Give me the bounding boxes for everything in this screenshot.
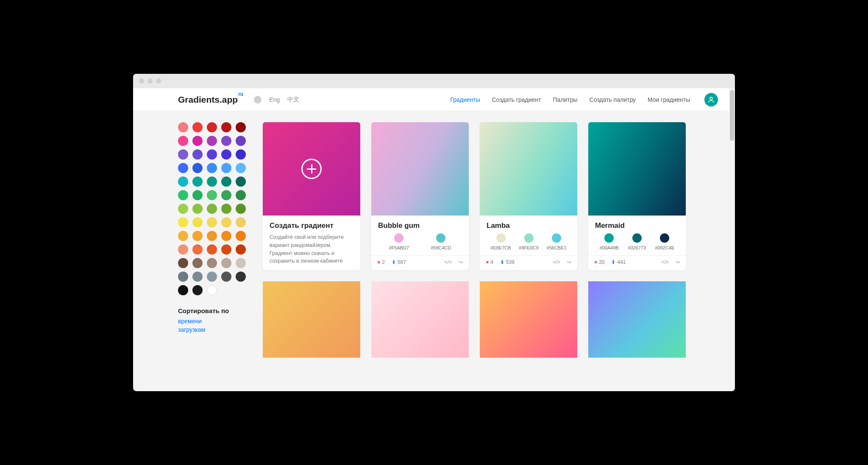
sort-by-downloads[interactable]: загрузкам xyxy=(178,326,250,333)
color-swatch[interactable] xyxy=(236,244,246,255)
gradient-card[interactable]: Lamba#E8E7CB#8FE0C9#56CBE1♥4⬇539</>↪ xyxy=(480,122,577,270)
color-swatch[interactable] xyxy=(192,285,203,295)
color-chip[interactable]: #56CBE1 xyxy=(547,233,567,250)
color-swatch[interactable] xyxy=(192,149,203,160)
color-swatch[interactable] xyxy=(207,217,217,227)
download-button[interactable]: ⬇539 xyxy=(500,259,515,265)
color-swatch[interactable] xyxy=(236,149,246,160)
color-chip[interactable]: #8FE0C9 xyxy=(519,233,538,250)
code-icon[interactable]: </> xyxy=(445,259,452,265)
traffic-light-min[interactable] xyxy=(147,78,153,84)
color-swatch[interactable] xyxy=(236,258,246,268)
color-swatch[interactable] xyxy=(236,217,246,227)
color-swatch[interactable] xyxy=(221,122,231,132)
color-swatch[interactable] xyxy=(192,204,203,214)
color-swatch[interactable] xyxy=(236,204,246,214)
color-swatch[interactable] xyxy=(178,258,188,268)
avatar[interactable] xyxy=(704,93,718,106)
color-swatch[interactable] xyxy=(192,176,203,187)
color-swatch[interactable] xyxy=(178,244,188,255)
color-swatch[interactable] xyxy=(207,136,217,146)
gradient-preview[interactable] xyxy=(263,281,360,358)
color-swatch[interactable] xyxy=(178,136,188,146)
color-swatch[interactable] xyxy=(236,163,246,173)
color-swatch[interactable] xyxy=(192,163,203,173)
color-swatch[interactable] xyxy=(207,176,217,187)
color-swatch[interactable] xyxy=(236,122,246,132)
color-swatch[interactable] xyxy=(221,204,231,214)
gradient-card[interactable]: Mermaid#00A49B#026773#092C4E♥20⬇441</>↪ xyxy=(588,122,686,270)
color-chip[interactable]: #F5ABD7 xyxy=(389,233,409,250)
color-swatch[interactable] xyxy=(207,258,217,268)
like-button[interactable]: ♥4 xyxy=(486,259,493,265)
color-swatch[interactable] xyxy=(221,272,231,282)
share-icon[interactable]: ↪ xyxy=(459,259,463,265)
color-swatch[interactable] xyxy=(236,231,246,241)
color-swatch[interactable] xyxy=(178,149,188,160)
like-button[interactable]: ♥20 xyxy=(594,259,604,265)
globe-icon[interactable] xyxy=(254,96,262,104)
color-swatch[interactable] xyxy=(221,136,231,146)
color-swatch[interactable] xyxy=(178,217,188,227)
color-swatch[interactable] xyxy=(221,149,231,160)
nav-my-gradients[interactable]: Мои градиенты xyxy=(648,96,690,103)
nav-create-palette[interactable]: Создать палитру xyxy=(590,96,636,103)
color-swatch[interactable] xyxy=(207,285,217,295)
color-chip[interactable]: #E8E7CB xyxy=(490,233,511,250)
sort-by-time[interactable]: времени xyxy=(178,318,250,325)
card-create-gradient[interactable]: Создать градиент Создайте свой или подбе… xyxy=(263,122,360,270)
color-chip[interactable]: #00A49B xyxy=(600,233,619,250)
color-swatch[interactable] xyxy=(178,231,188,241)
color-swatch[interactable] xyxy=(207,231,217,241)
lang-eng[interactable]: Eng xyxy=(269,96,280,103)
color-swatch[interactable] xyxy=(192,217,203,227)
like-button[interactable]: ♥2 xyxy=(377,259,385,265)
color-chip[interactable]: #092C4E xyxy=(655,233,674,250)
color-swatch[interactable] xyxy=(207,244,217,255)
traffic-light-close[interactable] xyxy=(139,78,144,84)
color-swatch[interactable] xyxy=(192,122,203,132)
nav-gradients[interactable]: Градиенты xyxy=(450,96,480,103)
color-swatch[interactable] xyxy=(236,176,246,187)
traffic-light-max[interactable] xyxy=(156,78,161,84)
color-swatch[interactable] xyxy=(221,163,231,173)
color-swatch[interactable] xyxy=(221,231,231,241)
color-swatch[interactable] xyxy=(192,136,203,146)
code-icon[interactable]: </> xyxy=(553,259,560,265)
lang-zh[interactable]: 中文 xyxy=(287,96,299,104)
color-swatch[interactable] xyxy=(178,122,188,132)
color-swatch[interactable] xyxy=(192,190,203,200)
color-swatch[interactable] xyxy=(207,122,217,132)
color-swatch[interactable] xyxy=(207,149,217,160)
color-swatch[interactable] xyxy=(236,272,246,282)
color-swatch[interactable] xyxy=(221,217,231,227)
color-chip[interactable]: #59C4CD xyxy=(431,233,451,250)
gradient-preview[interactable] xyxy=(371,281,469,358)
color-swatch[interactable] xyxy=(178,285,188,295)
code-icon[interactable]: </> xyxy=(662,259,669,265)
color-chip[interactable]: #026773 xyxy=(628,233,646,250)
color-swatch[interactable] xyxy=(221,176,231,187)
color-swatch[interactable] xyxy=(236,136,246,146)
nav-create-gradient[interactable]: Создать градиент xyxy=(492,96,541,103)
color-swatch[interactable] xyxy=(178,190,188,200)
share-icon[interactable]: ↪ xyxy=(567,259,571,265)
color-swatch[interactable] xyxy=(207,204,217,214)
color-swatch[interactable] xyxy=(221,190,231,200)
color-swatch[interactable] xyxy=(207,272,217,282)
color-swatch[interactable] xyxy=(192,272,203,282)
download-button[interactable]: ⬇587 xyxy=(392,259,406,265)
color-swatch[interactable] xyxy=(236,190,246,200)
logo[interactable]: Gradients.appru xyxy=(178,95,243,105)
color-swatch[interactable] xyxy=(178,272,188,282)
nav-palettes[interactable]: Палитры xyxy=(553,96,577,103)
color-swatch[interactable] xyxy=(178,163,188,173)
gradient-card[interactable]: Bubble gum#F5ABD7#59C4CD♥2⬇587</>↪ xyxy=(371,122,469,270)
gradient-preview[interactable] xyxy=(588,281,686,358)
color-swatch[interactable] xyxy=(192,231,203,241)
scrollbar[interactable] xyxy=(729,88,735,391)
scrollbar-thumb[interactable] xyxy=(730,90,734,141)
color-swatch[interactable] xyxy=(207,163,217,173)
share-icon[interactable]: ↪ xyxy=(676,259,680,265)
color-swatch[interactable] xyxy=(221,244,231,255)
